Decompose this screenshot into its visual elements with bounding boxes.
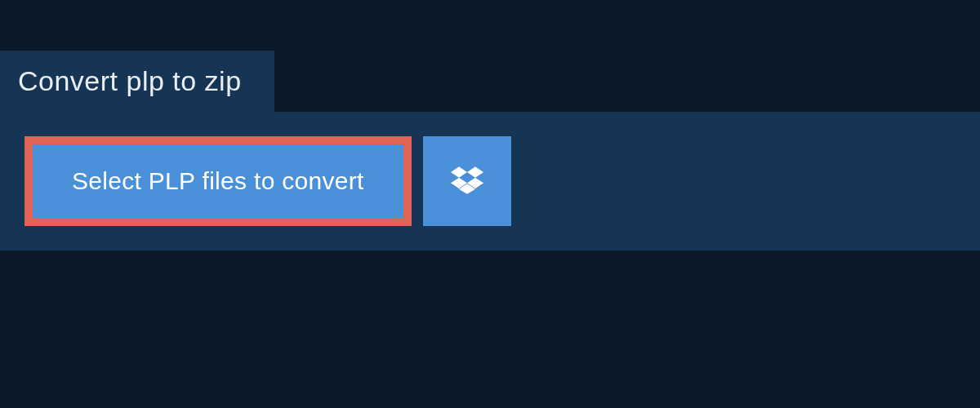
tab-bar: Convert plp to zip: [0, 0, 980, 112]
tab-convert[interactable]: Convert plp to zip: [0, 51, 274, 112]
select-files-button[interactable]: Select PLP files to convert: [24, 136, 412, 226]
button-row: Select PLP files to convert: [24, 136, 956, 226]
dropbox-icon: [451, 164, 483, 199]
dropbox-button[interactable]: [423, 136, 511, 226]
content-panel: Select PLP files to convert: [0, 112, 980, 251]
select-button-label: Select PLP files to convert: [72, 167, 364, 195]
tab-label: Convert plp to zip: [18, 65, 242, 96]
